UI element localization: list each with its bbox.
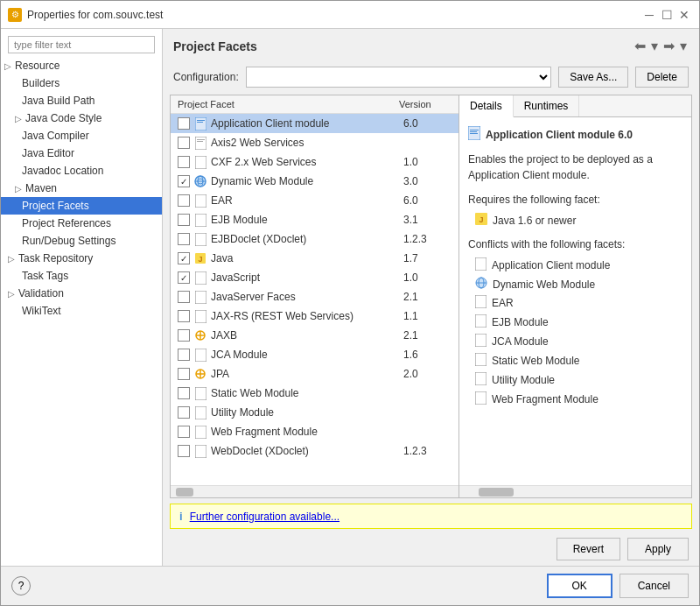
tab-details[interactable]: Details xyxy=(459,95,514,117)
facet-checkbox[interactable] xyxy=(178,271,190,284)
page-icon xyxy=(475,295,486,311)
facet-name: Application Client module xyxy=(211,117,403,130)
table-row[interactable]: J Java 1.7 xyxy=(171,249,458,268)
sidebar-item-validation[interactable]: ▷ Validation xyxy=(1,285,162,302)
facet-checkbox[interactable] xyxy=(178,233,190,245)
filter-input[interactable] xyxy=(8,36,155,53)
close-button[interactable]: ✕ xyxy=(676,7,692,23)
dropdown-button[interactable]: ▾ xyxy=(649,36,660,56)
table-row[interactable]: JCA Module 1.6 xyxy=(171,345,458,364)
facet-checkbox[interactable] xyxy=(178,137,190,149)
facet-name: JAX-RS (REST Web Services) xyxy=(211,310,403,322)
facet-checkbox[interactable] xyxy=(178,329,190,342)
table-row[interactable]: Utility Module xyxy=(171,403,458,422)
minimize-button[interactable]: ─ xyxy=(641,7,657,23)
facet-checkbox[interactable] xyxy=(178,349,190,361)
table-row[interactable]: Web Fragment Module xyxy=(171,422,458,441)
sidebar-item-maven[interactable]: ▷ Maven xyxy=(1,180,162,197)
svg-rect-22 xyxy=(195,349,206,362)
facet-checkbox[interactable] xyxy=(178,310,190,322)
sidebar-item-java-editor[interactable]: Java Editor xyxy=(1,144,162,162)
back-button[interactable]: ⬅ xyxy=(633,36,648,56)
sidebar-item-project-facets[interactable]: Project Facets xyxy=(1,197,162,215)
footer: ? OK Cancel xyxy=(1,566,699,605)
facet-checkbox[interactable] xyxy=(178,194,190,207)
facet-checkbox[interactable] xyxy=(178,368,190,380)
help-button[interactable]: ? xyxy=(11,576,31,595)
facet-name: Static Web Module xyxy=(211,387,403,399)
table-row[interactable]: Dynamic Web Module 3.0 xyxy=(171,172,458,191)
table-row[interactable]: JPA 2.0 xyxy=(171,364,458,384)
ok-button[interactable]: OK xyxy=(547,574,612,598)
facet-checkbox[interactable] xyxy=(178,445,190,457)
page-icon xyxy=(475,391,486,407)
facet-name: EJBDoclet (XDoclet) xyxy=(211,233,403,245)
sidebar-item-task-repository[interactable]: ▷ Task Repository xyxy=(1,250,162,267)
facet-checkbox[interactable] xyxy=(178,175,190,187)
table-row[interactable]: EJBDoclet (XDoclet) 1.2.3 xyxy=(171,229,458,249)
facets-list: Application Client module 6.0 Axis2 Web … xyxy=(171,114,458,485)
sidebar-item-javadoc-location[interactable]: Javadoc Location xyxy=(1,162,162,180)
facet-name: Dynamic Web Module xyxy=(211,175,403,187)
facet-name: JavaServer Faces xyxy=(211,291,403,303)
page-icon xyxy=(475,353,486,369)
facet-checkbox[interactable] xyxy=(178,252,190,264)
svg-rect-4 xyxy=(197,139,205,140)
table-row[interactable]: Application Client module 6.0 xyxy=(171,114,458,133)
svg-rect-5 xyxy=(197,141,203,142)
facet-name: JPA xyxy=(211,368,403,380)
table-row[interactable]: Axis2 Web Services xyxy=(171,133,458,152)
facet-checkbox[interactable] xyxy=(178,214,190,226)
table-row[interactable]: EJB Module 3.1 xyxy=(171,210,458,229)
conflict-item: Dynamic Web Module xyxy=(468,275,682,293)
details-description: Enables the project to be deployed as a … xyxy=(468,152,682,183)
sidebar-item-java-build-path[interactable]: Java Build Path xyxy=(1,92,162,109)
revert-button[interactable]: Revert xyxy=(556,538,620,560)
facet-icon xyxy=(193,232,207,246)
svg-text:J: J xyxy=(479,215,483,224)
forward-button[interactable]: ➡ xyxy=(662,36,676,56)
facet-checkbox[interactable] xyxy=(178,426,190,438)
main-panel: Project Facets ⬅ ▾ ➡ ▾ Configuration: Sa… xyxy=(163,29,699,566)
sidebar-item-project-references[interactable]: Project References xyxy=(1,215,162,232)
facet-checkbox[interactable] xyxy=(178,387,190,399)
horizontal-scrollbar[interactable] xyxy=(171,485,458,497)
svg-rect-0 xyxy=(195,117,206,130)
facet-checkbox[interactable] xyxy=(178,406,190,419)
sidebar-item-resource[interactable]: ▷ Resource xyxy=(1,57,162,74)
table-row[interactable]: JavaServer Faces 2.1 xyxy=(171,287,458,307)
config-select[interactable] xyxy=(246,67,552,88)
conflict-text: Dynamic Web Module xyxy=(493,278,595,291)
facet-checkbox[interactable] xyxy=(178,156,190,168)
sidebar-item-java-code-style[interactable]: ▷ Java Code Style xyxy=(1,109,162,127)
facet-icon xyxy=(193,194,207,208)
further-config-link[interactable]: Further configuration available... xyxy=(190,511,340,523)
table-row[interactable]: EAR 6.0 xyxy=(171,191,458,210)
table-row[interactable]: JavaScript 1.0 xyxy=(171,268,458,287)
conflict-item: EAR xyxy=(468,293,682,313)
delete-button[interactable]: Delete xyxy=(635,67,689,88)
page-icon xyxy=(475,314,486,330)
sidebar-item-java-compiler[interactable]: Java Compiler xyxy=(1,127,162,144)
table-row[interactable]: JAXB 2.1 xyxy=(171,326,458,345)
facet-checkbox[interactable] xyxy=(178,291,190,303)
cancel-button[interactable]: Cancel xyxy=(620,574,689,598)
facet-checkbox[interactable] xyxy=(178,117,190,130)
sidebar-item-wikitext[interactable]: WikiText xyxy=(1,302,162,320)
tab-runtimes[interactable]: Runtimes xyxy=(514,95,580,116)
sidebar-item-builders[interactable]: Builders xyxy=(1,74,162,92)
table-row[interactable]: WebDoclet (XDoclet) 1.2.3 xyxy=(171,441,458,461)
sidebar-item-run-debug[interactable]: Run/Debug Settings xyxy=(1,232,162,250)
details-horizontal-scrollbar[interactable] xyxy=(459,485,691,497)
maximize-button[interactable]: ☐ xyxy=(659,7,675,23)
apply-button[interactable]: Apply xyxy=(627,538,689,560)
table-row[interactable]: JAX-RS (REST Web Services) 1.1 xyxy=(171,307,458,326)
more-button[interactable]: ▾ xyxy=(678,36,689,56)
save-as-button[interactable]: Save As... xyxy=(558,67,628,88)
table-row[interactable]: CXF 2.x Web Services 1.0 xyxy=(171,152,458,172)
facet-name: Java xyxy=(211,252,403,264)
sidebar-item-task-tags[interactable]: Task Tags xyxy=(1,267,162,285)
sidebar-item-label: Maven xyxy=(25,182,57,194)
content-area: ▷ Resource Builders Java Build Path ▷ Ja… xyxy=(1,29,699,566)
table-row[interactable]: Static Web Module xyxy=(171,384,458,403)
